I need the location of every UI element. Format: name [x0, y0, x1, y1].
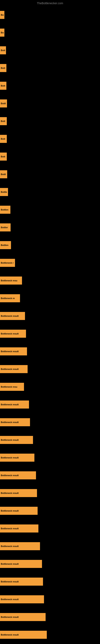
bar-row: Bottleneck r [0, 254, 100, 272]
bar-row: Bottleneck resu [0, 378, 100, 396]
bottleneck-bar: Bott [0, 46, 6, 54]
bar-row: Bottleneck result [0, 413, 100, 431]
bottleneck-bar: Bottleneck result [0, 330, 26, 338]
bar-label: Bottleneck resu [1, 386, 17, 388]
bottleneck-bar: Bottler [0, 224, 11, 232]
bar-label: Bottleneck result [1, 421, 19, 424]
bar-label: Bottleneck result [1, 456, 19, 459]
bar-row: Bottleneck result [0, 449, 100, 466]
bar-row: Bottleneck result [0, 325, 100, 342]
bottleneck-bar: Bottleneck result [0, 365, 28, 373]
bar-label: Bottleneck result [1, 616, 19, 618]
bar-row: Bott [0, 59, 100, 77]
bottleneck-bar: Bo [0, 28, 4, 37]
bottleneck-bar: Bottleneck result [0, 560, 42, 568]
bottleneck-bar: Bottleneck r [0, 259, 15, 267]
bar-row: Bottl [0, 94, 100, 112]
bar-label: Bott [1, 84, 5, 87]
bar-label: Bott [1, 49, 5, 52]
bar-row: Bottlen [0, 201, 100, 218]
bottleneck-bar: Bott [0, 82, 6, 90]
bottleneck-bar: Bottleneck result [0, 418, 30, 426]
bar-row: Bottleneck result [0, 626, 100, 644]
bottleneck-bar: Bottleneck result [0, 454, 34, 462]
bottleneck-bar: Bott [0, 117, 7, 125]
bar-row: Bott [0, 148, 100, 166]
bottleneck-bar: Bott [0, 64, 6, 72]
bar-label: Bottle [1, 191, 7, 193]
bar-row: Bottleneck result [0, 573, 100, 590]
bar-row: Bott [0, 130, 100, 148]
bar-row: Bo [0, 6, 100, 24]
bar-row: Bottleneck re [0, 290, 100, 307]
bottleneck-bar: Bottleneck result [0, 595, 44, 603]
bar-row: Bottleneck result [0, 466, 100, 484]
bar-label: Bott [1, 138, 5, 140]
bar-label: Bottleneck result [1, 510, 19, 512]
bar-label: Bottleneck re [1, 297, 15, 300]
bar-label: Bottlen [1, 208, 8, 211]
bar-row: Bottle [0, 183, 100, 201]
bar-row: Bottleneck result [0, 431, 100, 449]
bar-label: Bottl [1, 102, 6, 105]
bar-row: Bottleneck result [0, 360, 100, 378]
bar-row: Bottleneck result [0, 520, 100, 537]
bar-label: Bottleneck result [1, 545, 19, 548]
bar-label: Bottler [1, 226, 8, 228]
bottleneck-bar: Bottl [0, 100, 7, 108]
bar-label: Bottleneck result [1, 634, 19, 636]
bar-label: Bottl [1, 173, 6, 176]
bar-label: Bottleneck result [1, 350, 19, 352]
bar-row: Bottleneck result [0, 307, 100, 325]
bottleneck-bar: Bottleneck result [0, 542, 40, 550]
bar-row: Bottleneck result [0, 396, 100, 413]
bottleneck-bar: Bott [0, 135, 7, 143]
bar-label: Bott [1, 67, 5, 69]
site-title: TheBottlenecker.com [0, 0, 100, 6]
bottleneck-bar: Bottleneck result [0, 524, 38, 532]
bar-row: Bottleneck result [0, 502, 100, 520]
bar-label: Bo [1, 14, 4, 16]
bar-label: Bottleneck result [1, 474, 19, 476]
bar-label: Bott [1, 120, 5, 122]
bar-label: Bottleneck result [1, 580, 19, 583]
bar-row: Bottleneck result [0, 590, 100, 608]
bar-label: Bottleneck result [1, 563, 19, 565]
bar-row: Bottleneck result [0, 537, 100, 555]
bar-row: Bo [0, 24, 100, 42]
bottleneck-bar: Bottleneck result [0, 312, 25, 320]
bottleneck-bar: Bottleneck result [0, 489, 37, 497]
bottleneck-bar: Bottleneck result [0, 400, 29, 408]
bar-label: Bottleneck result [1, 332, 19, 335]
bottleneck-bar: Bottleneck result [0, 436, 33, 444]
bottleneck-bar: Bottleneck result [0, 471, 36, 480]
bottleneck-bar: Bottl [0, 170, 7, 178]
bottleneck-bar: Bottleneck re [0, 294, 20, 302]
bar-label: Bottleneck result [1, 368, 19, 370]
bars-container: BoBoBottBottBottBottlBottBottBottBottlBo… [0, 6, 100, 644]
bottleneck-bar: Bottlen [0, 206, 10, 214]
bar-label: Bottleneck result [1, 315, 19, 317]
bar-label: Bottleneck result [1, 492, 19, 494]
bar-row: Bottleneck result [0, 555, 100, 573]
bar-row: Bottleneck resu [0, 272, 100, 290]
bar-label: Bottleneck resu [1, 279, 17, 282]
bottleneck-bar: Bottlen [0, 241, 11, 249]
bottleneck-bar: Bottleneck result [0, 578, 43, 586]
bar-row: Bott [0, 42, 100, 59]
bar-label: Bottleneck result [1, 598, 19, 600]
bottleneck-bar: Bottleneck result [0, 631, 47, 639]
bottleneck-bar: Bo [0, 11, 4, 19]
bar-label: Bottlen [1, 244, 8, 246]
bar-label: Bott [1, 155, 5, 158]
bar-row: Bottleneck result [0, 342, 100, 360]
bar-label: Bo [1, 32, 4, 34]
bar-label: Bottleneck r [1, 262, 14, 264]
bar-row: Bottleneck result [0, 484, 100, 502]
bar-row: Bottl [0, 166, 100, 183]
bar-label: Bottleneck result [1, 403, 19, 406]
bottleneck-bar: Bottle [0, 188, 8, 196]
bottleneck-bar: Bottleneck resu [0, 276, 22, 284]
bar-row: Bott [0, 77, 100, 94]
bottleneck-bar: Bottleneck result [0, 347, 27, 356]
